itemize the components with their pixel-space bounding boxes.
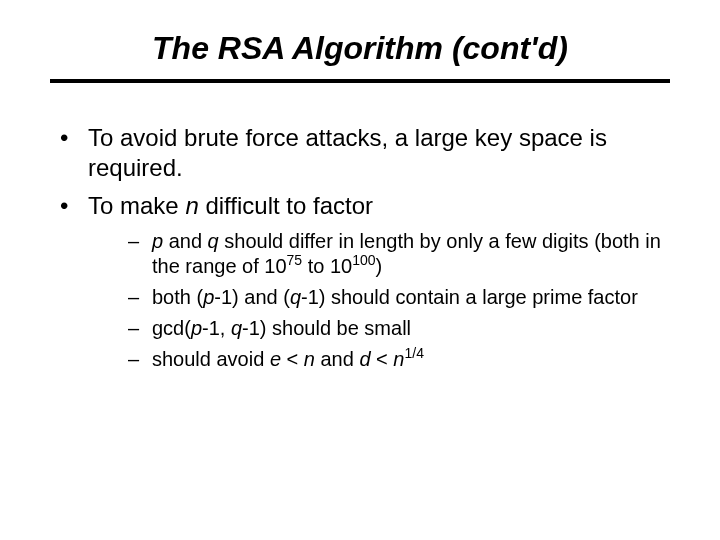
text: both ( [152, 286, 203, 308]
var-q: q [290, 286, 301, 308]
bullet-list-level1: To avoid brute force attacks, a large ke… [60, 123, 670, 372]
list-item: To make n difficult to factor p and q sh… [60, 191, 670, 372]
text: and [315, 348, 359, 370]
var-q: q [231, 317, 242, 339]
var-n: n [393, 348, 404, 370]
text: < [371, 348, 394, 370]
bullet-list-level2: p and q should differ in length by only … [128, 229, 670, 372]
list-item: gcd(p-1, q-1) should be small [128, 316, 670, 341]
text: -1, [202, 317, 231, 339]
text: and [163, 230, 207, 252]
var-p: p [203, 286, 214, 308]
text: -1) and ( [214, 286, 290, 308]
var-n: n [185, 192, 198, 219]
slide-title: The RSA Algorithm (cont'd) [50, 30, 670, 67]
var-p: p [191, 317, 202, 339]
superscript: 75 [287, 252, 303, 268]
text: gcd( [152, 317, 191, 339]
var-d: d [359, 348, 370, 370]
text: -1) should contain a large prime factor [301, 286, 638, 308]
var-p: p [152, 230, 163, 252]
text: should avoid [152, 348, 270, 370]
var-n: n [304, 348, 315, 370]
superscript: 1/4 [404, 345, 423, 361]
text: -1) should be small [242, 317, 411, 339]
text: should differ in length by only a few di… [152, 230, 661, 277]
superscript: 100 [352, 252, 375, 268]
text: to 10 [302, 255, 352, 277]
list-item: both (p-1) and (q-1) should contain a la… [128, 285, 670, 310]
text: ) [376, 255, 383, 277]
list-item: p and q should differ in length by only … [128, 229, 670, 279]
list-item: should avoid e < n and d < n1/4 [128, 347, 670, 372]
text: To make [88, 192, 185, 219]
title-underline [50, 79, 670, 83]
var-e: e [270, 348, 281, 370]
text: difficult to factor [199, 192, 373, 219]
var-q: q [208, 230, 219, 252]
text: < [281, 348, 304, 370]
list-item: To avoid brute force attacks, a large ke… [60, 123, 670, 183]
